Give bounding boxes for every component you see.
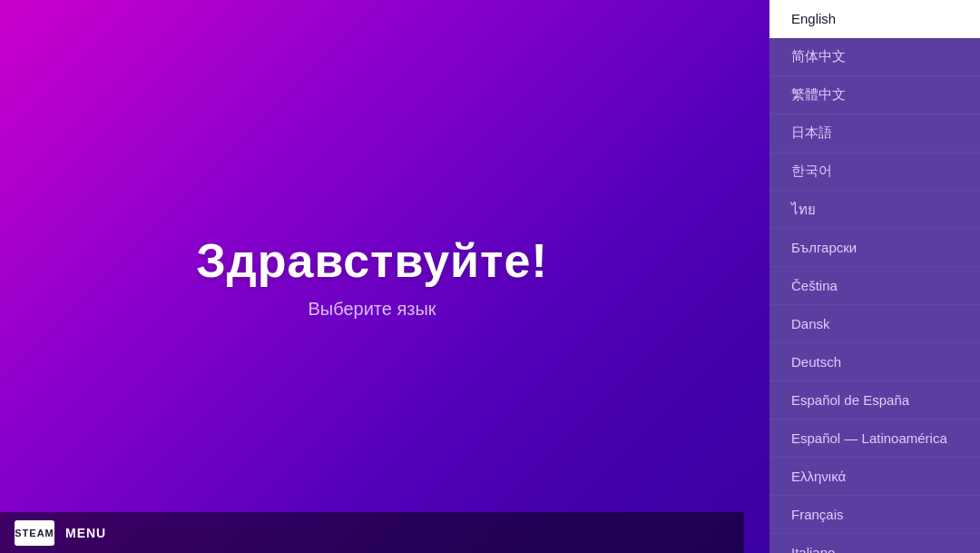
- language-item-german[interactable]: Deutsch: [769, 343, 980, 381]
- language-item-spanish-spain[interactable]: Español de España: [769, 381, 980, 420]
- subtitle-text: Выберите язык: [308, 299, 436, 320]
- bottom-bar: STEAM MENU: [0, 512, 744, 553]
- language-item-bulgarian[interactable]: Български: [769, 229, 980, 267]
- menu-label: MENU: [65, 526, 106, 540]
- main-content: Здравствуйте! Выберите язык: [0, 0, 744, 553]
- language-item-french[interactable]: Français: [769, 496, 980, 534]
- language-item-danish[interactable]: Dansk: [769, 305, 980, 343]
- language-item-italian[interactable]: Italiano: [769, 534, 980, 553]
- steam-logo: STEAM: [15, 520, 54, 546]
- language-dropdown[interactable]: English简体中文繁體中文日本語한국어ไทยБългарскиČeština…: [769, 0, 980, 553]
- language-item-korean[interactable]: 한국어: [769, 153, 980, 191]
- language-item-thai[interactable]: ไทย: [769, 191, 980, 229]
- language-item-japanese[interactable]: 日本語: [769, 114, 980, 153]
- language-item-greek[interactable]: Ελληνικά: [769, 458, 980, 496]
- greeting-text: Здравствуйте!: [196, 233, 548, 288]
- language-item-english[interactable]: English: [769, 0, 980, 38]
- steam-logo-text: STEAM: [15, 528, 54, 538]
- language-item-czech[interactable]: Čeština: [769, 267, 980, 305]
- language-item-spanish-latam[interactable]: Español — Latinoamérica: [769, 420, 980, 458]
- language-item-simp-chinese[interactable]: 简体中文: [769, 38, 980, 76]
- language-item-trad-chinese[interactable]: 繁體中文: [769, 76, 980, 114]
